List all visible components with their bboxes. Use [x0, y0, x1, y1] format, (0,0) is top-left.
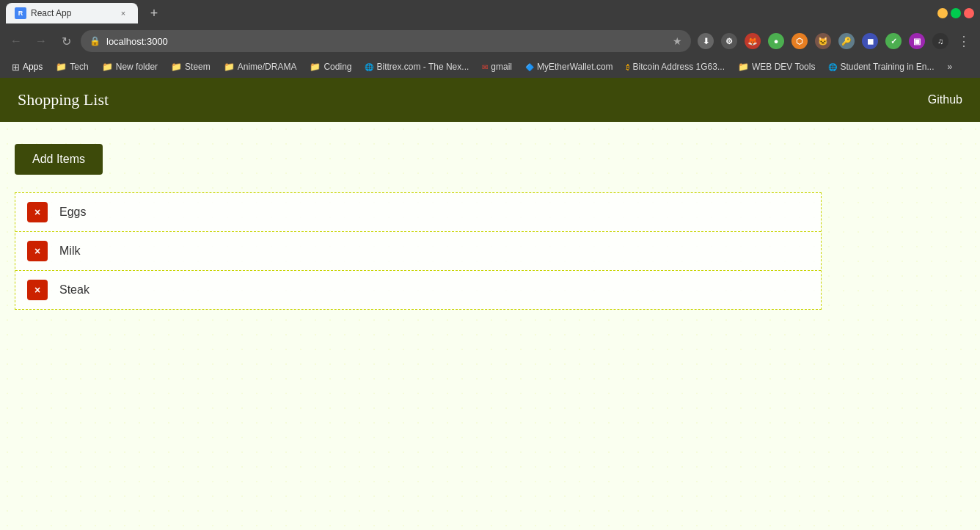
extension-icon-4[interactable]: ⬡ [789, 31, 810, 51]
forward-icon: → [35, 35, 47, 48]
extension-icon-2[interactable]: 🦊 [742, 31, 763, 51]
site-icon-mew: 🔷 [525, 63, 534, 71]
folder-icon: 📁 [56, 62, 67, 72]
extension-icon-9[interactable]: ▣ [907, 31, 927, 51]
toolbar-icons: ⬇ ⚙ 🦊 ● ⬡ 🐱 🔑 ◼ ✓ [695, 31, 974, 51]
app-header: Shopping List Github [0, 78, 980, 122]
extension-icon-1[interactable]: ⚙ [719, 31, 739, 51]
bookmark-coding[interactable]: 📁 Coding [304, 58, 357, 76]
browser-chrome: R React App × + ← → ↻ 🔒 ★ [0, 0, 980, 78]
reload-icon: ↻ [62, 35, 71, 48]
x-icon: × [34, 284, 40, 296]
bookmark-gmail[interactable]: ✉ gmail [476, 58, 518, 76]
close-button[interactable] [964, 8, 974, 18]
delete-eggs-button[interactable]: × [27, 202, 48, 222]
extension-icon-6[interactable]: 🔑 [836, 31, 857, 51]
new-tab-button[interactable]: + [144, 3, 164, 23]
apps-grid-icon: ⊞ [12, 62, 20, 73]
tab-title: React App [31, 8, 113, 18]
list-item: × Milk [15, 232, 821, 271]
minimize-button[interactable] [937, 8, 948, 18]
delete-milk-button[interactable]: × [27, 241, 48, 261]
bookmark-bittrex[interactable]: 🌐 Bittrex.com - The Nex... [359, 58, 475, 76]
forward-button[interactable]: → [31, 31, 51, 51]
nav-bar: ← → ↻ 🔒 ★ ⬇ ⚙ 🦊 ● [0, 26, 980, 56]
bookmark-more[interactable]: » [942, 58, 959, 76]
bookmark-anime[interactable]: 📁 Anime/DRAMA [218, 58, 303, 76]
bookmark-star-icon[interactable]: ★ [673, 35, 682, 47]
extension-icon-5[interactable]: 🐱 [813, 31, 833, 51]
address-bar[interactable]: 🔒 ★ [81, 30, 691, 52]
extension-icon-3[interactable]: ● [766, 31, 786, 51]
x-icon: × [34, 245, 40, 257]
maximize-button[interactable] [951, 8, 961, 18]
address-input[interactable] [106, 36, 667, 47]
tab-close-button[interactable]: × [117, 7, 129, 19]
title-bar: R React App × + [0, 0, 980, 26]
bookmark-webdev[interactable]: 📁 WEB DEV Tools [732, 58, 821, 76]
tab-favicon: R [15, 7, 26, 19]
page-content: Shopping List Github Add Items × Eggs × … [0, 78, 980, 530]
bookmark-apps[interactable]: ⊞ Apps [6, 58, 48, 76]
list-item: × Steak [15, 271, 821, 309]
site-icon-gmail: ✉ [482, 63, 488, 71]
lock-icon: 🔒 [89, 36, 100, 46]
site-icon-btc: ₿ [626, 63, 630, 71]
back-button[interactable]: ← [6, 31, 26, 51]
item-name-steak: Steak [59, 283, 89, 297]
folder-icon-4: 📁 [224, 62, 235, 72]
browser-tab[interactable]: R React App × [6, 3, 138, 23]
bookmark-tech[interactable]: 📁 Tech [50, 58, 94, 76]
window-controls [937, 8, 974, 18]
github-link[interactable]: Github [928, 93, 962, 106]
delete-steak-button[interactable]: × [27, 280, 48, 300]
item-name-eggs: Eggs [59, 206, 86, 219]
site-icon-student: 🌐 [828, 63, 837, 71]
bookmarks-bar: ⊞ Apps 📁 Tech 📁 New folder 📁 Steem 📁 Ani… [0, 56, 980, 78]
add-items-button[interactable]: Add Items [15, 144, 103, 175]
bookmark-myetherwallet[interactable]: 🔷 MyEtherWallet.com [519, 58, 619, 76]
bookmark-student-training[interactable]: 🌐 Student Training in En... [822, 58, 940, 76]
shopping-list: × Eggs × Milk × Steak [15, 192, 822, 310]
item-name-milk: Milk [59, 244, 80, 258]
folder-icon-3: 📁 [171, 62, 182, 72]
bookmark-new-folder[interactable]: 📁 New folder [96, 58, 164, 76]
more-menu-icon: ⋮ [957, 33, 970, 49]
downloads-icon[interactable]: ⬇ [695, 31, 716, 51]
folder-icon-webdev: 📁 [738, 62, 749, 72]
list-item: × Eggs [15, 193, 821, 232]
back-icon: ← [10, 35, 22, 48]
reload-button[interactable]: ↻ [56, 31, 76, 51]
extension-icon-8[interactable]: ✓ [883, 31, 904, 51]
bookmark-steem[interactable]: 📁 Steem [165, 58, 216, 76]
site-icon-bittrex: 🌐 [365, 63, 373, 71]
bookmark-bitcoin[interactable]: ₿ Bitcoin Address 1G63... [621, 58, 731, 76]
extension-icon-7[interactable]: ◼ [860, 31, 880, 51]
page-title: Shopping List [18, 90, 109, 109]
extension-icon-10[interactable]: ♫ [930, 31, 951, 51]
page-body: Add Items × Eggs × Milk × Steak [0, 122, 980, 332]
folder-icon-5: 📁 [310, 62, 321, 72]
folder-icon-2: 📁 [102, 62, 113, 72]
x-icon: × [34, 206, 40, 218]
more-menu-button[interactable]: ⋮ [954, 31, 974, 51]
